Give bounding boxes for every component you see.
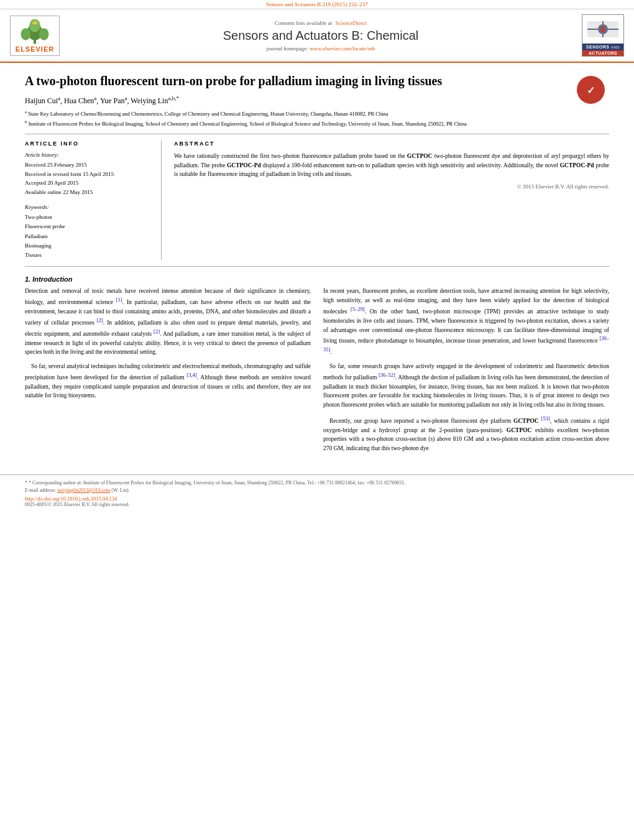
homepage-url[interactable]: www.elsevier.com/locate/snb: [310, 45, 375, 52]
journal-title-block: Contents lists available at ScienceDirec…: [60, 20, 582, 52]
main-content: A two-photon fluorescent turn-on probe f…: [0, 63, 634, 468]
issn-line: 0925-4005/© 2015 Elsevier B.V. All right…: [25, 502, 609, 507]
article-history-block: Article history: Received 25 February 20…: [25, 152, 152, 196]
email-line: E-mail address: weiyinglin2013@163.com (…: [25, 487, 609, 493]
abstract-text: We have rationally constructed the first…: [174, 152, 609, 178]
email-link[interactable]: weiyinglin2013@163.com: [57, 487, 110, 493]
sensors-actuators-logo: SENSORS AND ACTUATORS: [582, 14, 624, 57]
ref-2: [2]: [97, 317, 103, 323]
svg-point-2: [21, 28, 31, 40]
author-4: Weiying Lina,b,*: [131, 96, 179, 105]
actuators-label: ACTUATORS: [582, 50, 623, 56]
sensors-label: SENSORS AND: [582, 44, 623, 50]
elsevier-tree-svg: [11, 19, 59, 45]
ref-2b: [2]: [154, 328, 160, 335]
date-accepted: Accepted 20 April 2015: [25, 178, 152, 187]
elsevier-text: ELSEVIER: [16, 45, 54, 53]
author-3: Yue Pana: [100, 96, 127, 105]
info-abstract-section: ARTICLE INFO Article history: Received 2…: [25, 141, 609, 260]
gctpoc-bold: GCTPOC: [513, 418, 539, 424]
crossmark-svg: ✓: [579, 79, 602, 101]
journal-title-main: Sensors and Actuators B: Chemical: [60, 29, 582, 43]
body-section: 1. Introduction Detection and removal of…: [25, 275, 609, 458]
keywords-block: Keywords: Two-photon Fluorescent probe P…: [25, 204, 152, 260]
intro-para-1: Detection and removal of toxic metals ha…: [25, 287, 311, 357]
ref-30-35: [30–35]: [323, 335, 609, 353]
top-citation-bar: Sensors and Actuators B 219 (2015) 232–2…: [0, 0, 634, 9]
doi-link[interactable]: http://dx.doi.org/10.1016/j.snb.2015.04.…: [25, 496, 117, 502]
intro-para-5: Recently, our group have reported a two-…: [323, 415, 609, 453]
ref-53: [53]: [541, 415, 550, 422]
page-footer: * * Corresponding author at: Institute o…: [0, 474, 634, 512]
homepage-label: journal homepage:: [267, 45, 308, 52]
author-2: Hua Chena: [64, 96, 96, 105]
article-info-col: ARTICLE INFO Article history: Received 2…: [25, 141, 162, 260]
sciencedirect-link[interactable]: ScienceDirect: [336, 20, 367, 26]
intro-two-col: Detection and removal of toxic metals ha…: [25, 287, 609, 458]
section-1-title: 1. Introduction: [25, 275, 609, 283]
email-label: E-mail address:: [25, 487, 56, 493]
section-1-heading: Introduction: [32, 275, 72, 283]
intro-right-col: In recent years, fluorescent probes, as …: [323, 287, 609, 458]
date-received: Received 25 February 2015: [25, 160, 152, 169]
journal-header: ELSEVIER Contents lists available at Sci…: [0, 9, 634, 63]
intro-left-col: Detection and removal of toxic metals ha…: [25, 287, 311, 458]
svg-rect-5: [32, 22, 37, 24]
author-1: Haijun Cuia: [25, 96, 60, 105]
keyword-0: Two-photon: [25, 213, 152, 222]
divider-1: [25, 134, 609, 134]
affiliation-b: b Institute of Fluorescent Probes for Bi…: [25, 119, 609, 128]
date-revised: Received in revised form 15 April 2015: [25, 170, 152, 178]
sensors-logo-svg: [584, 18, 622, 40]
keyword-1: Fluorescent probe: [25, 222, 152, 231]
elsevier-logo: ELSEVIER: [10, 16, 60, 56]
article-info-heading: ARTICLE INFO: [25, 141, 152, 147]
history-label: Article history:: [25, 152, 152, 158]
ref-5-29: [5–29]: [351, 306, 365, 312]
email-suffix: (W. Lin).: [111, 487, 129, 493]
abstract-bold-1: GCTPOC: [407, 153, 433, 159]
keyword-2: Palladium: [25, 232, 152, 241]
article-title-text: A two-photon fluorescent turn-on probe f…: [25, 74, 442, 88]
abstract-bold-2: GCTPOC-Pd: [227, 162, 261, 168]
authors-line: Haijun Cuia, Hua Chena, Yue Pana, Weiyin…: [25, 95, 609, 106]
ref-1: [1]: [116, 297, 122, 303]
keyword-3: Bioimaging: [25, 241, 152, 251]
svg-point-9: [600, 26, 606, 32]
citation-text: Sensors and Actuators B 219 (2015) 232–2…: [266, 1, 368, 7]
corresponding-text: * Corresponding author at: Institute of …: [29, 480, 405, 486]
intro-para-3: In recent years, fluorescent probes, as …: [323, 287, 609, 357]
intro-para-2: So far, several analytical techniques in…: [25, 362, 311, 400]
keywords-label: Keywords:: [25, 204, 152, 210]
abstract-col: ABSTRACT We have rationally constructed …: [174, 141, 609, 260]
intro-para-4: So far, some research groups have active…: [323, 362, 609, 410]
doi-line: http://dx.doi.org/10.1016/j.snb.2015.04.…: [25, 495, 609, 502]
ref-3-4: [3,4]: [186, 372, 196, 378]
section-1-number: 1.: [25, 275, 30, 283]
affiliation-a: a State Key Laboratory of Chemo/Biosensi…: [25, 109, 609, 118]
sensors-logo-image: [582, 15, 623, 44]
abstract-heading: ABSTRACT: [174, 141, 609, 147]
article-title: A two-photon fluorescent turn-on probe f…: [25, 73, 609, 89]
abstract-bold-3: GCTPOC-Pd: [560, 162, 594, 168]
gctpoc-bold-2: GCTPOC: [507, 427, 532, 433]
affiliations-block: a State Key Laboratory of Chemo/Biosensi…: [25, 109, 609, 127]
contents-line: Contents lists available at ScienceDirec…: [60, 20, 582, 26]
ref-36-52: [36–52]: [379, 372, 395, 378]
divider-2: [25, 266, 609, 267]
svg-text:✓: ✓: [587, 85, 595, 96]
copyright-line: © 2015 Elsevier B.V. All rights reserved…: [174, 183, 609, 190]
journal-homepage: journal homepage: www.elsevier.com/locat…: [60, 45, 582, 52]
date-online: Available online 22 May 2015: [25, 188, 152, 196]
corresponding-author-note: * * Corresponding author at: Institute o…: [25, 480, 609, 486]
crossmark-badge[interactable]: ✓: [572, 73, 609, 107]
svg-point-3: [39, 28, 49, 40]
crossmark-icon: ✓: [577, 76, 605, 104]
contents-label: Contents lists available at: [275, 20, 332, 26]
keyword-4: Tissues: [25, 251, 152, 260]
